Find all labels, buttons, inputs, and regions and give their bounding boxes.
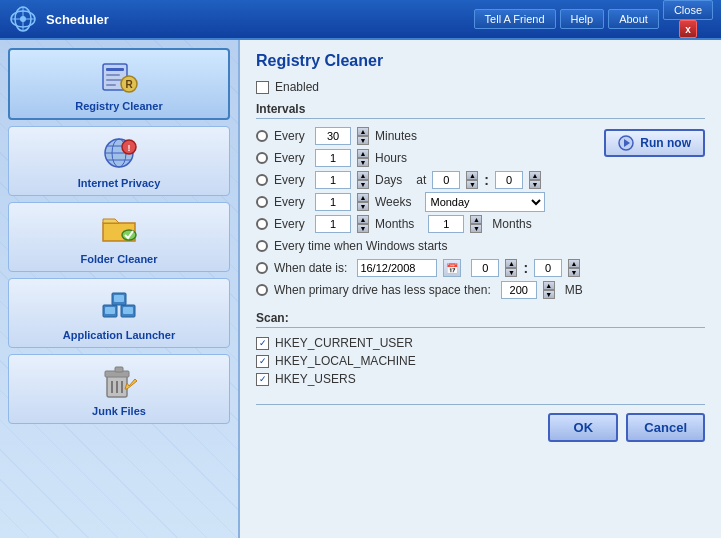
minutes-up[interactable]: ▲ bbox=[357, 127, 369, 136]
close-button[interactable]: Close bbox=[663, 0, 713, 20]
windows-label: Every time when Windows starts bbox=[274, 239, 447, 253]
days-unit: Days bbox=[375, 173, 402, 187]
date-time-h-down[interactable]: ▼ bbox=[505, 268, 517, 277]
months-num-up[interactable]: ▲ bbox=[470, 215, 482, 224]
months-value[interactable] bbox=[315, 215, 351, 233]
space-down[interactable]: ▼ bbox=[543, 290, 555, 299]
weeks-up[interactable]: ▲ bbox=[357, 193, 369, 202]
date-label: When date is: bbox=[274, 261, 347, 275]
calendar-button[interactable]: 📅 bbox=[443, 259, 461, 277]
hours-up[interactable]: ▲ bbox=[357, 149, 369, 158]
minutes-value[interactable] bbox=[315, 127, 351, 145]
days-at-m-up[interactable]: ▲ bbox=[529, 171, 541, 180]
folder-cleaner-label: Folder Cleaner bbox=[80, 253, 157, 265]
run-now-label: Run now bbox=[640, 136, 691, 150]
svg-rect-6 bbox=[106, 68, 124, 71]
sidebar-item-junk-files[interactable]: Junk Files bbox=[8, 354, 230, 424]
content-title: Registry Cleaner bbox=[256, 52, 705, 70]
days-at-m-down[interactable]: ▼ bbox=[529, 180, 541, 189]
hku-checkbox[interactable]: ✓ bbox=[256, 373, 269, 386]
sidebar-item-internet-privacy[interactable]: ! Internet Privacy bbox=[8, 126, 230, 196]
sidebar-item-folder-cleaner[interactable]: Folder Cleaner bbox=[8, 202, 230, 272]
enabled-checkbox[interactable] bbox=[256, 81, 269, 94]
hours-down[interactable]: ▼ bbox=[357, 158, 369, 167]
days-value[interactable] bbox=[315, 171, 351, 189]
radio-hours[interactable] bbox=[256, 152, 268, 164]
weeks-down[interactable]: ▼ bbox=[357, 202, 369, 211]
sidebar-item-application-launcher[interactable]: Application Launcher bbox=[8, 278, 230, 348]
space-value[interactable] bbox=[501, 281, 537, 299]
hkcu-checkbox[interactable]: ✓ bbox=[256, 337, 269, 350]
runnow-area: Run now bbox=[604, 125, 705, 301]
months-up[interactable]: ▲ bbox=[357, 215, 369, 224]
ok-button[interactable]: OK bbox=[548, 413, 618, 442]
interval-row-minutes: Every ▲ ▼ Minutes bbox=[256, 125, 592, 147]
scan-item-hku: ✓ HKEY_USERS bbox=[256, 370, 705, 388]
internet-privacy-label: Internet Privacy bbox=[78, 177, 161, 189]
help-button[interactable]: Help bbox=[560, 9, 605, 29]
about-button[interactable]: About bbox=[608, 9, 659, 29]
title-bar-left: Scheduler bbox=[8, 4, 109, 34]
days-at-h[interactable] bbox=[432, 171, 460, 189]
days-down[interactable]: ▼ bbox=[357, 180, 369, 189]
minutes-down[interactable]: ▼ bbox=[357, 136, 369, 145]
hklm-label: HKEY_LOCAL_MACHINE bbox=[275, 354, 416, 368]
weeks-unit: Weeks bbox=[375, 195, 411, 209]
days-at-h-down[interactable]: ▼ bbox=[466, 180, 478, 189]
close-x-button[interactable]: x bbox=[679, 20, 697, 38]
space-up[interactable]: ▲ bbox=[543, 281, 555, 290]
hku-label: HKEY_USERS bbox=[275, 372, 356, 386]
day-select[interactable]: Monday Tuesday Wednesday Thursday Friday… bbox=[425, 192, 545, 212]
date-time-h-up[interactable]: ▲ bbox=[505, 259, 517, 268]
days-at-m[interactable] bbox=[495, 171, 523, 189]
sidebar-item-registry-cleaner[interactable]: R Registry Cleaner bbox=[8, 48, 230, 120]
interval-row-date: When date is: 📅 ▲ ▼ : ▲ ▼ bbox=[256, 257, 592, 279]
cancel-button[interactable]: Cancel bbox=[626, 413, 705, 442]
radio-months[interactable] bbox=[256, 218, 268, 230]
run-now-icon bbox=[618, 135, 634, 151]
enabled-row: Enabled bbox=[256, 80, 705, 94]
weeks-value[interactable] bbox=[315, 193, 351, 211]
intervals-section: Every ▲ ▼ Minutes Every ▲ ▼ bbox=[256, 125, 705, 301]
hkcu-label: HKEY_CURRENT_USER bbox=[275, 336, 413, 350]
minutes-unit: Minutes bbox=[375, 129, 417, 143]
radio-minutes[interactable] bbox=[256, 130, 268, 142]
minutes-spinner: ▲ ▼ bbox=[357, 127, 369, 145]
registry-cleaner-label: Registry Cleaner bbox=[75, 100, 162, 112]
days-at-h-up[interactable]: ▲ bbox=[466, 171, 478, 180]
colon-1: : bbox=[484, 172, 489, 188]
tell-a-friend-button[interactable]: Tell A Friend bbox=[474, 9, 556, 29]
months-num-down[interactable]: ▼ bbox=[470, 224, 482, 233]
app-title: Scheduler bbox=[46, 12, 109, 27]
bottom-bar: OK Cancel bbox=[256, 404, 705, 442]
scan-label: Scan: bbox=[256, 311, 705, 328]
run-now-button[interactable]: Run now bbox=[604, 129, 705, 157]
radio-space[interactable] bbox=[256, 284, 268, 296]
months-label: Months bbox=[492, 217, 531, 231]
colon-2: : bbox=[523, 260, 528, 276]
date-time-m[interactable] bbox=[534, 259, 562, 277]
days-up[interactable]: ▲ bbox=[357, 171, 369, 180]
close-wrapper: Close x bbox=[663, 0, 713, 38]
radio-days[interactable] bbox=[256, 174, 268, 186]
date-time-m-up[interactable]: ▲ bbox=[568, 259, 580, 268]
svg-rect-8 bbox=[106, 79, 122, 81]
sidebar: R Registry Cleaner ! Internet Privacy bbox=[0, 40, 240, 538]
months-num[interactable] bbox=[428, 215, 464, 233]
space-spinner: ▲ ▼ bbox=[543, 281, 555, 299]
hours-value[interactable] bbox=[315, 149, 351, 167]
radio-date[interactable] bbox=[256, 262, 268, 274]
enabled-label: Enabled bbox=[275, 80, 319, 94]
date-time-m-down[interactable]: ▼ bbox=[568, 268, 580, 277]
hklm-checkbox[interactable]: ✓ bbox=[256, 355, 269, 368]
months-unit: Months bbox=[375, 217, 414, 231]
radio-weeks[interactable] bbox=[256, 196, 268, 208]
date-value[interactable] bbox=[357, 259, 437, 277]
date-time-m-spinner: ▲ ▼ bbox=[568, 259, 580, 277]
date-time-h[interactable] bbox=[471, 259, 499, 277]
radio-windows[interactable] bbox=[256, 240, 268, 252]
main-layout: R Registry Cleaner ! Internet Privacy bbox=[0, 40, 721, 538]
months-down[interactable]: ▼ bbox=[357, 224, 369, 233]
every-label-2: Every bbox=[274, 173, 309, 187]
scan-item-hklm: ✓ HKEY_LOCAL_MACHINE bbox=[256, 352, 705, 370]
